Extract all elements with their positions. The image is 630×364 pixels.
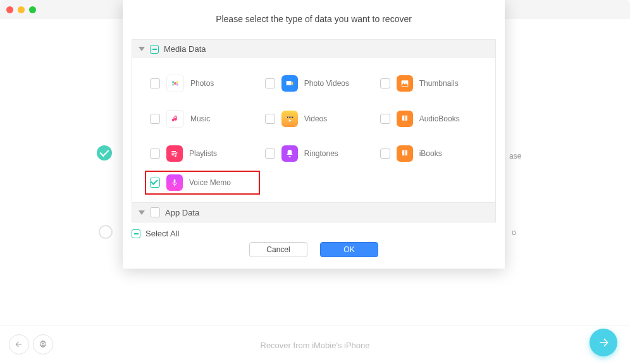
item-thumbnails[interactable]: Thumbnails [380,66,495,101]
item-audiobooks[interactable]: AudioBooks [380,101,495,136]
label-voice-memo: Voice Memo [189,178,231,187]
ibooks-icon [397,145,413,162]
checkbox-ringtones[interactable] [265,149,275,159]
dialog-title: Please select the type of data you want … [123,14,505,24]
back-button[interactable] [9,334,29,355]
media-items-grid: Photos Photo Videos Thumbnails [132,58,495,202]
checkbox-app-data[interactable] [150,207,160,217]
svg-rect-5 [286,81,291,85]
checkbox-photos[interactable] [150,78,160,88]
item-videos[interactable]: Videos [265,101,380,136]
photo-videos-icon [281,75,298,92]
footer-bar: Recover from iMobie's iPhone [0,325,630,364]
section-app-label: App Data [165,208,199,217]
label-videos: Videos [304,114,327,123]
next-button[interactable] [590,329,617,356]
item-photo-videos[interactable]: Photo Videos [265,66,380,101]
svg-point-13 [42,343,44,346]
svg-rect-11 [291,117,292,118]
item-ibooks[interactable]: iBooks [380,136,495,171]
maximize-icon[interactable] [29,6,36,13]
cancel-button[interactable]: Cancel [249,242,307,257]
checkbox-photo-videos[interactable] [265,78,275,88]
label-playlists: Playlists [189,149,217,158]
label-photo-videos: Photo Videos [304,79,349,88]
item-photos[interactable]: Photos [150,66,265,101]
item-voice-memo[interactable]: Voice Memo [145,171,260,195]
close-icon[interactable] [6,6,13,13]
ringtones-icon [281,145,298,162]
svg-point-1 [172,81,174,83]
checkbox-ibooks[interactable] [380,149,390,159]
checkbox-voice-memo[interactable] [150,178,160,188]
label-audiobooks: AudioBooks [419,114,460,123]
chevron-down-icon [139,47,145,51]
item-playlists[interactable]: Playlists [150,136,265,171]
settings-button[interactable] [33,334,53,355]
select-all-row[interactable]: Select All [123,222,505,238]
label-thumbnails: Thumbnails [419,79,459,88]
step-pending-icon [99,225,113,239]
voice-memo-icon [166,174,183,191]
bg-text-fragment: ase [509,152,521,161]
label-ibooks: iBooks [419,149,442,158]
label-music: Music [190,114,210,123]
videos-icon [281,111,298,127]
checkbox-videos[interactable] [265,114,275,124]
step-complete-icon [97,145,112,161]
item-ringtones[interactable]: Ringtones [265,136,380,171]
checkbox-thumbnails[interactable] [380,78,390,88]
dialog-buttons: Cancel OK [123,242,505,257]
svg-rect-9 [288,117,288,118]
checkbox-audiobooks[interactable] [380,114,390,124]
section-container: Media Data Photos Photo Videos [132,39,496,222]
music-icon [166,110,184,128]
label-ringtones: Ringtones [304,149,338,158]
select-all-label: Select All [145,229,179,238]
playlists-icon [166,145,183,162]
section-media-header[interactable]: Media Data [132,40,495,58]
item-music[interactable]: Music [150,101,265,136]
svg-point-3 [172,83,174,85]
chevron-down-icon [139,210,145,215]
audiobooks-icon [397,111,413,127]
ok-button[interactable]: OK [320,242,378,257]
tristate-checkbox-media[interactable] [150,45,159,54]
photos-icon [166,75,184,92]
svg-point-4 [176,83,178,85]
tristate-checkbox-all[interactable] [132,229,140,238]
minimize-icon[interactable] [18,6,25,13]
label-photos: Photos [190,79,214,88]
thumbnails-icon [397,75,413,92]
svg-point-2 [176,81,178,83]
svg-rect-12 [174,179,176,184]
svg-rect-10 [290,117,290,118]
footer-caption: Recover from iMobie's iPhone [261,341,370,350]
svg-rect-8 [286,117,287,118]
bg-text-fragment: o [512,228,516,237]
checkbox-music[interactable] [150,114,160,124]
checkbox-playlists[interactable] [150,149,160,159]
section-app-header[interactable]: App Data [132,202,495,222]
svg-point-0 [174,82,176,85]
section-media-label: Media Data [164,44,206,54]
data-type-dialog: Please select the type of data you want … [123,0,505,269]
